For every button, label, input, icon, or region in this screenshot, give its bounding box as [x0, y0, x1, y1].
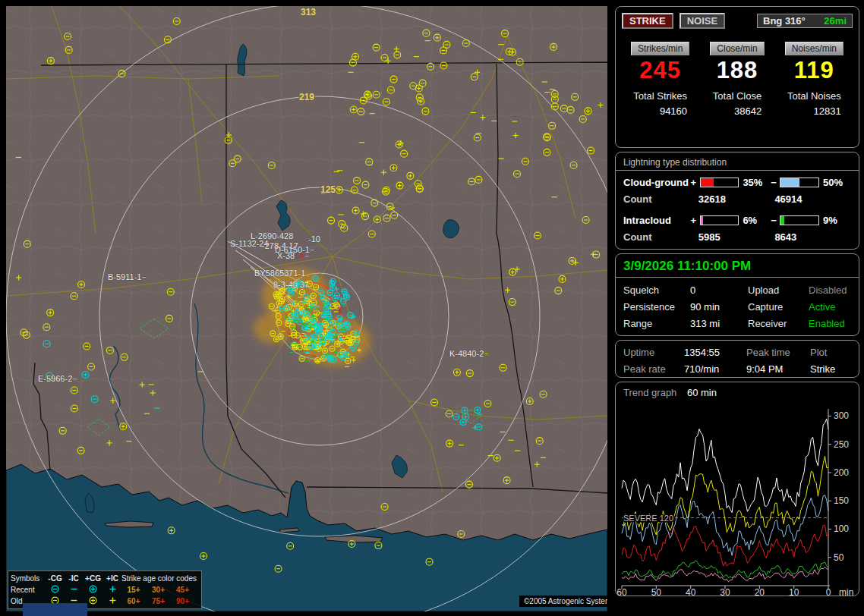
legend-symbol — [46, 584, 65, 596]
noise-button[interactable]: NOISE — [680, 13, 725, 29]
svg-text:219: 219 — [299, 92, 314, 102]
svg-text:min: min — [839, 587, 853, 596]
svg-text:B-5911-1−: B-5911-1− — [108, 272, 147, 281]
svg-text:BY5865371-1: BY5865371-1 — [254, 269, 305, 278]
strikes-per-min-chip: Strikes/min — [631, 42, 689, 55]
svg-text:313: 313 — [301, 7, 316, 17]
close-per-min-column: Close/min 188 Total Close 38642 — [698, 41, 775, 118]
svg-text:X-38+3−: X-38+3− — [277, 251, 309, 260]
mode-row: STRIKE NOISE Bng 316° 26mi — [622, 13, 853, 29]
status-grid: Squelch 0 Upload Disabled Persistence 90… — [616, 278, 859, 336]
copyright-label: ©2005 Astrogenic Systems — [519, 596, 607, 607]
svg-text:10: 10 — [789, 587, 799, 596]
noises-per-min-value: 119 — [776, 58, 853, 83]
svg-text:200: 200 — [834, 467, 849, 478]
legend-symbol — [65, 584, 83, 596]
intracloud-counts: Count 5985 8643 — [616, 231, 859, 243]
svg-text:300: 300 — [834, 410, 849, 421]
intracloud-row: Intracloud + 6% − 9% — [616, 215, 859, 226]
svg-text:30: 30 — [720, 587, 730, 596]
map-view[interactable]: 313219125 L-2690-428-10S-1132-24-278-4-1… — [6, 6, 607, 611]
legend-symbol — [83, 584, 103, 596]
close-per-min-value: 188 — [698, 58, 775, 83]
bearing-display: Bng 316° 26mi — [757, 14, 853, 28]
trend-graph-panel: Trend graph 60 min 6050403020100min50100… — [615, 382, 859, 596]
svg-text:100: 100 — [834, 523, 849, 534]
svg-text:50: 50 — [651, 587, 662, 596]
rates-row: Strikes/min 245 Total Strikes 94160 Clos… — [622, 41, 853, 118]
receiver-status: Enabled — [809, 318, 851, 329]
strikes-per-min-column: Strikes/min 245 Total Strikes 94160 — [622, 41, 698, 118]
total-close: Total Close 38642 — [713, 90, 762, 117]
status-panel: 3/9/2026 11:10:00 PM Squelch 0 Upload Di… — [615, 253, 859, 336]
svg-text:-10: -10 — [308, 234, 320, 244]
session-grid: Uptime 1354:55 Peak time Plot Peak rate … — [616, 341, 859, 381]
svg-text:40: 40 — [686, 587, 696, 596]
legend-symbol — [103, 596, 121, 607]
cloud-ground-counts: Count 32618 46914 — [616, 193, 859, 205]
noises-per-min-chip: Noises/min — [785, 42, 844, 55]
lightning-map: 313219125 L-2690-428-10S-1132-24-278-4-1… — [6, 6, 607, 611]
svg-text:K-4840-2−: K-4840-2− — [449, 349, 489, 358]
svg-text:0: 0 — [826, 587, 831, 596]
svg-text:E-5966-2−: E-5966-2− — [38, 374, 77, 383]
svg-text:SEVERE 120: SEVERE 120 — [623, 514, 673, 523]
svg-text:60: 60 — [616, 587, 627, 596]
total-strikes: Total Strikes 94160 — [633, 90, 687, 117]
bearing-distance: 26mi — [824, 15, 847, 27]
strikes-per-min-value: 245 — [622, 58, 698, 83]
distribution-title: Lightning type distribution — [616, 152, 859, 171]
ic-neg-bar — [780, 215, 819, 225]
upload-status: Disabled — [809, 284, 851, 296]
svg-text:150: 150 — [834, 495, 849, 506]
cloud-ground-row: Cloud-ground + 35% − 50% — [616, 177, 859, 188]
lake — [443, 220, 459, 238]
svg-text:250: 250 — [834, 439, 849, 450]
bottom-blue-bar — [23, 603, 87, 616]
bearing-label: Bng 316° — [763, 15, 806, 27]
cg-pos-bar — [700, 178, 739, 187]
trend-graph: 6050403020100min50100150200250300SEVERE … — [616, 400, 859, 596]
svg-text:50: 50 — [834, 552, 844, 563]
legend-symbol — [103, 584, 121, 596]
distribution-panel: Lightning type distribution Cloud-ground… — [615, 152, 859, 250]
capture-status: Active — [809, 301, 851, 313]
svg-text:125: 125 — [320, 184, 336, 195]
datetime-display: 3/9/2026 11:10:00 PM — [616, 254, 859, 278]
close-per-min-chip: Close/min — [710, 42, 764, 55]
legend-header: Symbols-CG-IC+CG+ICStrike age color code… — [11, 573, 199, 584]
rates-panel: STRIKE NOISE Bng 316° 26mi Strikes/min 2… — [615, 6, 859, 148]
svg-text:8-3-40 37: 8-3-40 37 — [273, 280, 309, 289]
strike-button[interactable]: STRIKE — [622, 13, 673, 29]
total-noises: Total Noises 12831 — [787, 90, 841, 117]
ic-pos-bar — [700, 215, 739, 225]
app-window: 313219125 L-2690-428-10S-1132-24-278-4-1… — [0, 0, 864, 616]
session-panel: Uptime 1354:55 Peak time Plot Peak rate … — [615, 340, 859, 378]
svg-text:20: 20 — [755, 587, 765, 596]
cg-neg-bar — [780, 178, 819, 187]
trend-graph-title: Trend graph 60 min — [616, 387, 859, 400]
side-panel: STRIKE NOISE Bng 316° 26mi Strikes/min 2… — [615, 6, 859, 596]
noises-per-min-column: Noises/min 119 Total Noises 12831 — [776, 41, 853, 118]
legend-row: Recent15+30+45+ — [11, 584, 199, 596]
